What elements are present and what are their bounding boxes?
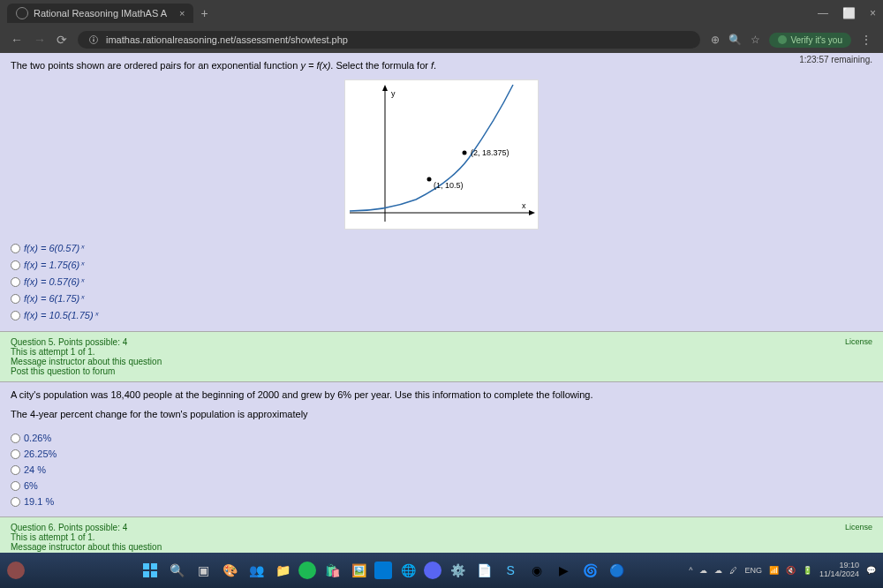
tray-chevron-icon[interactable]: ^ bbox=[689, 566, 692, 575]
settings-icon[interactable]: ⚙️ bbox=[447, 560, 468, 581]
q4-radio-2[interactable] bbox=[11, 260, 20, 270]
url-text: imathas.rationalreasoning.net/assessment… bbox=[106, 34, 348, 45]
tray-app-icon[interactable]: 🖊 bbox=[729, 566, 737, 575]
verify-button[interactable]: Verify it's you bbox=[769, 33, 851, 48]
q6-attempt: This is attempt 1 of 1. bbox=[11, 532, 872, 542]
geforce-icon[interactable]: ▶ bbox=[553, 560, 574, 581]
maximize-button[interactable]: ⬜ bbox=[842, 7, 856, 19]
svg-rect-12 bbox=[151, 571, 157, 577]
q5-radio-5[interactable] bbox=[11, 497, 20, 507]
store-icon[interactable]: 🛍️ bbox=[321, 560, 343, 581]
window-close-button[interactable]: × bbox=[870, 7, 876, 19]
tab-close-button[interactable]: × bbox=[179, 8, 185, 19]
date-display: 11/14/2024 bbox=[819, 570, 859, 579]
q5-message-instructor-link[interactable]: Message instructor about this question bbox=[11, 357, 872, 366]
license-link-6[interactable]: License bbox=[845, 523, 872, 531]
app-icon-1[interactable] bbox=[374, 562, 392, 579]
steam-icon[interactable]: ◉ bbox=[526, 560, 547, 581]
zoom-icon[interactable]: 🔍 bbox=[728, 34, 742, 46]
q5-post-forum-link[interactable]: Post this question to forum bbox=[11, 366, 872, 376]
browser-tab[interactable]: Rational Reasoning IMathAS A × bbox=[7, 4, 193, 23]
new-tab-button[interactable]: + bbox=[200, 6, 208, 20]
exponential-graph: y x (2, 18.375) (1, 10.5) bbox=[344, 79, 539, 230]
q6-title: Question 6. Points possible: 4 bbox=[11, 523, 872, 532]
svg-marker-6 bbox=[529, 210, 535, 215]
q4-radio-4[interactable] bbox=[11, 294, 20, 304]
explorer-icon[interactable]: 📁 bbox=[272, 560, 293, 581]
address-bar[interactable]: imathas.rationalreasoning.net/assessment… bbox=[78, 31, 700, 49]
q4-option-2[interactable]: f(x) = 1.75(6)ˣ bbox=[11, 257, 872, 274]
q5-option-1[interactable]: 0.26% bbox=[11, 430, 872, 446]
q5-title: Question 5. Points possible: 4 bbox=[11, 337, 872, 347]
question-5-meta: License Question 5. Points possible: 4 T… bbox=[0, 331, 883, 382]
question-5-options: 0.26% 26.25% 24 % 6% 19.1 % bbox=[11, 430, 872, 509]
q5-option-2[interactable]: 26.25% bbox=[11, 446, 872, 462]
language-indicator[interactable]: ENG bbox=[744, 566, 762, 575]
svg-point-8 bbox=[427, 177, 432, 182]
teams-icon[interactable]: 👥 bbox=[245, 560, 267, 581]
discord-icon[interactable] bbox=[424, 562, 442, 579]
windows-taskbar[interactable]: 🔍 ▣ 🎨 👥 📁 🛍️ 🖼️ 🌐 ⚙️ 📄 S ◉ ▶ 🌀 🔵 ^ ☁ ☁ 🖊… bbox=[0, 553, 883, 588]
question-6-meta: License Question 6. Points possible: 4 T… bbox=[0, 516, 883, 553]
svg-rect-9 bbox=[143, 563, 149, 569]
q6-message-instructor-link[interactable]: Message instructor about this question bbox=[11, 542, 872, 552]
q5-radio-1[interactable] bbox=[11, 433, 20, 443]
volume-icon[interactable]: 🔇 bbox=[786, 566, 796, 575]
clock[interactable]: 19:10 11/14/2024 bbox=[819, 562, 859, 579]
q4-option-1[interactable]: f(x) = 6(0.57)ˣ bbox=[11, 240, 872, 257]
edge-icon[interactable]: 🌀 bbox=[579, 560, 600, 581]
start-indicator[interactable] bbox=[7, 562, 25, 579]
q4-radio-1[interactable] bbox=[11, 244, 20, 253]
start-button[interactable] bbox=[140, 560, 161, 581]
spotify-icon[interactable] bbox=[298, 562, 316, 579]
svg-marker-5 bbox=[382, 85, 388, 91]
search-taskbar-icon[interactable]: 🔍 bbox=[166, 560, 187, 581]
app-icon-2[interactable]: 📄 bbox=[473, 560, 494, 581]
svg-rect-1 bbox=[93, 39, 94, 41]
task-view-icon[interactable]: ▣ bbox=[192, 560, 214, 581]
wifi-icon[interactable]: 📶 bbox=[769, 566, 779, 575]
minimize-button[interactable]: — bbox=[818, 7, 828, 19]
verify-label: Verify it's you bbox=[790, 35, 842, 45]
photos-icon[interactable]: 🖼️ bbox=[348, 560, 369, 581]
q5-radio-4[interactable] bbox=[11, 481, 20, 491]
svg-rect-10 bbox=[151, 563, 157, 569]
q4-option-5[interactable]: f(x) = 10.5(1.75)ˣ bbox=[11, 307, 872, 324]
tab-title: Rational Reasoning IMathAS A bbox=[34, 8, 167, 19]
back-button[interactable]: ← bbox=[11, 33, 23, 47]
q5-option-3[interactable]: 24 % bbox=[11, 462, 872, 478]
translate-icon[interactable]: ⊕ bbox=[711, 34, 720, 46]
reload-button[interactable]: ⟳ bbox=[57, 33, 67, 47]
system-tray[interactable]: ^ ☁ ☁ 🖊 ENG 📶 🔇 🔋 19:10 11/14/2024 💬 bbox=[689, 562, 876, 579]
tray-onedrive-icon[interactable]: ☁ bbox=[699, 566, 707, 575]
copilot-icon[interactable]: 🎨 bbox=[219, 560, 240, 581]
site-info-icon bbox=[88, 34, 99, 45]
browser-menu-button[interactable]: ⋮ bbox=[860, 33, 872, 47]
chrome-icon[interactable]: 🌐 bbox=[397, 560, 419, 581]
battery-icon[interactable]: 🔋 bbox=[803, 566, 812, 575]
notifications-icon[interactable]: 💬 bbox=[866, 566, 876, 575]
question-4-options: f(x) = 6(0.57)ˣ f(x) = 1.75(6)ˣ f(x) = 0… bbox=[11, 240, 872, 324]
q4-option-4[interactable]: f(x) = 6(1.75)ˣ bbox=[11, 290, 872, 307]
question-4-text: The two points shown are ordered pairs f… bbox=[11, 60, 872, 71]
tray-cloud-icon[interactable]: ☁ bbox=[714, 566, 722, 575]
chrome-active-icon[interactable]: 🔵 bbox=[606, 560, 627, 581]
verify-dot-icon bbox=[778, 35, 787, 44]
q4-radio-3[interactable] bbox=[11, 277, 20, 287]
graph-point-1: (2, 18.375) bbox=[471, 148, 509, 157]
timer-display: 1:23:57 remaining. bbox=[799, 55, 872, 64]
bookmark-icon[interactable]: ☆ bbox=[751, 34, 760, 46]
q5-radio-2[interactable] bbox=[11, 449, 20, 459]
license-link-5[interactable]: License bbox=[845, 337, 872, 346]
q4-radio-5[interactable] bbox=[11, 311, 20, 320]
question-5-body: A city's population was 18,400 people at… bbox=[0, 382, 883, 516]
x-axis-label: x bbox=[522, 201, 526, 210]
q4-option-3[interactable]: f(x) = 0.57(6)ˣ bbox=[11, 274, 872, 290]
q5-option-4[interactable]: 6% bbox=[11, 478, 872, 494]
q5-radio-3[interactable] bbox=[11, 465, 20, 475]
svg-rect-11 bbox=[143, 571, 149, 577]
question-4-body: The two points shown are ordered pairs f… bbox=[0, 53, 883, 331]
app-icon-3[interactable]: S bbox=[500, 560, 521, 581]
q5-option-5[interactable]: 19.1 % bbox=[11, 494, 872, 509]
forward-button[interactable]: → bbox=[34, 33, 46, 47]
